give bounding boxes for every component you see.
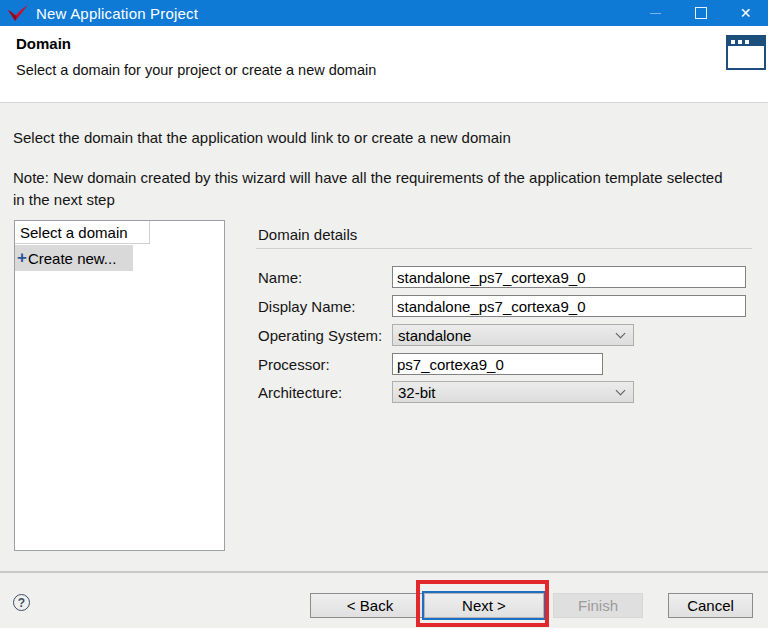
field-row-operating-system: Operating System: standalone bbox=[258, 323, 634, 347]
domain-list-panel: Select a domain + Create new... bbox=[14, 220, 225, 551]
footer-separator bbox=[0, 571, 768, 573]
wizard-window-icon bbox=[726, 35, 766, 70]
minimize-icon bbox=[650, 13, 661, 14]
display-name-input[interactable] bbox=[392, 295, 746, 317]
processor-input[interactable] bbox=[392, 353, 603, 375]
intro-text: Select the domain that the application w… bbox=[13, 129, 511, 146]
display-name-label: Display Name: bbox=[258, 298, 392, 315]
question-mark-icon: ? bbox=[18, 596, 25, 610]
next-button[interactable]: Next > bbox=[422, 591, 546, 620]
architecture-label: Architecture: bbox=[258, 384, 392, 401]
name-input[interactable] bbox=[392, 266, 746, 288]
processor-label: Processor: bbox=[258, 356, 392, 373]
close-button[interactable]: ✕ bbox=[723, 0, 768, 26]
new-application-project-dialog: New Application Project ✕ Domain Select … bbox=[0, 0, 768, 628]
close-icon: ✕ bbox=[740, 6, 752, 20]
operating-system-dropdown[interactable]: standalone bbox=[392, 324, 634, 346]
page-subtitle: Select a domain for your project or crea… bbox=[16, 62, 376, 78]
titlebar: New Application Project ✕ bbox=[0, 0, 768, 26]
name-label: Name: bbox=[258, 269, 392, 286]
xilinx-logo-icon bbox=[7, 4, 29, 22]
maximize-icon bbox=[695, 7, 707, 19]
operating-system-value: standalone bbox=[398, 327, 471, 344]
chevron-down-icon bbox=[616, 329, 626, 339]
wizard-header: Domain Select a domain for your project … bbox=[0, 26, 768, 103]
cancel-button[interactable]: Cancel bbox=[668, 593, 753, 618]
help-button[interactable]: ? bbox=[13, 594, 30, 611]
domain-list-header-label: Select a domain bbox=[15, 221, 150, 244]
domain-list-header: Select a domain bbox=[15, 221, 224, 244]
field-row-display-name: Display Name: bbox=[258, 294, 746, 318]
window-title: New Application Project bbox=[36, 5, 198, 22]
field-row-processor: Processor: bbox=[258, 352, 603, 376]
list-item-create-new[interactable]: + Create new... bbox=[15, 245, 133, 271]
finish-button: Finish bbox=[553, 593, 643, 618]
back-button[interactable]: < Back bbox=[310, 593, 430, 618]
note-line-2: in the next step bbox=[13, 189, 723, 211]
list-item-label: Create new... bbox=[28, 250, 116, 267]
details-separator bbox=[256, 248, 752, 249]
domain-details-title: Domain details bbox=[258, 226, 357, 243]
minimize-button[interactable] bbox=[633, 0, 678, 26]
domain-details-panel: Domain details Name: Display Name: Opera… bbox=[256, 220, 752, 551]
operating-system-label: Operating System: bbox=[258, 327, 392, 344]
note-text: Note: New domain created by this wizard … bbox=[13, 167, 723, 211]
architecture-value: 32-bit bbox=[398, 384, 436, 401]
note-line-1: Note: New domain created by this wizard … bbox=[13, 167, 723, 189]
page-title: Domain bbox=[16, 35, 71, 52]
plus-icon: + bbox=[17, 250, 27, 266]
field-row-name: Name: bbox=[258, 265, 746, 289]
wizard-window-icon-titlebar bbox=[728, 37, 764, 46]
chevron-down-icon bbox=[616, 386, 626, 396]
maximize-button[interactable] bbox=[678, 0, 723, 26]
architecture-dropdown[interactable]: 32-bit bbox=[392, 381, 634, 403]
field-row-architecture: Architecture: 32-bit bbox=[258, 380, 634, 404]
